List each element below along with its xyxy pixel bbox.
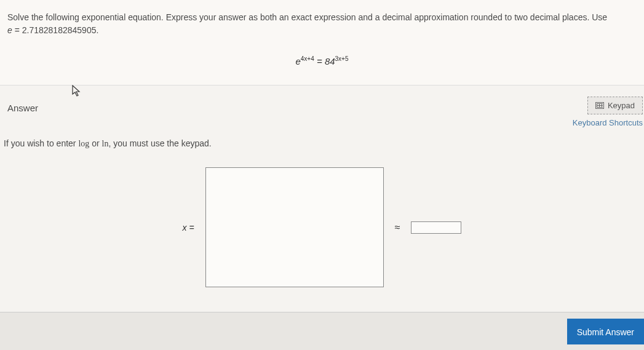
answer-header: Answer Keypad Keyboard Shortcuts	[0, 97, 644, 127]
approx-answer-input[interactable]	[411, 221, 461, 234]
footer-bar: Submit Answer	[0, 312, 644, 350]
equation-eq: =	[314, 56, 325, 66]
right-controls: Keypad Keyboard Shortcuts	[573, 97, 644, 127]
question-text: Solve the following exponential equation…	[7, 11, 637, 37]
input-row: x = ≈	[0, 167, 644, 318]
hint-prefix: If you wish to enter	[4, 138, 78, 148]
hint-ln: ln	[102, 139, 109, 148]
answer-section: Answer Keypad Keyboard Shortcuts If you …	[0, 86, 644, 318]
question-equals: =	[12, 25, 22, 35]
hint-text: If you wish to enter log or ln, you must…	[0, 131, 644, 149]
keypad-button[interactable]: Keypad	[587, 97, 643, 114]
answer-label: Answer	[7, 97, 38, 113]
equation-left-base: e	[295, 56, 300, 66]
submit-answer-button[interactable]: Submit Answer	[567, 319, 644, 344]
question-section: Solve the following exponential equation…	[0, 0, 644, 86]
hint-or: or	[89, 138, 101, 148]
hint-suffix: , you must use the keypad.	[108, 138, 211, 148]
x-equals-label: x =	[183, 223, 194, 233]
keypad-label: Keypad	[608, 101, 635, 110]
equation-left-exp: 4x+4	[301, 55, 314, 62]
equation-display: e4x+4 = 843x+5	[7, 55, 637, 66]
equation-right-base: 84	[325, 56, 335, 66]
equation-right-exp: 3x+5	[335, 55, 349, 62]
question-e-var: e	[7, 25, 12, 35]
hint-log: log	[78, 139, 89, 148]
question-line1: Solve the following exponential equation…	[7, 12, 607, 22]
exact-answer-input[interactable]	[205, 167, 384, 287]
keypad-icon	[595, 102, 604, 109]
keyboard-shortcuts-link[interactable]: Keyboard Shortcuts	[573, 118, 643, 127]
approx-symbol: ≈	[395, 222, 400, 233]
question-e-value: 2.71828182845905.	[22, 25, 99, 35]
